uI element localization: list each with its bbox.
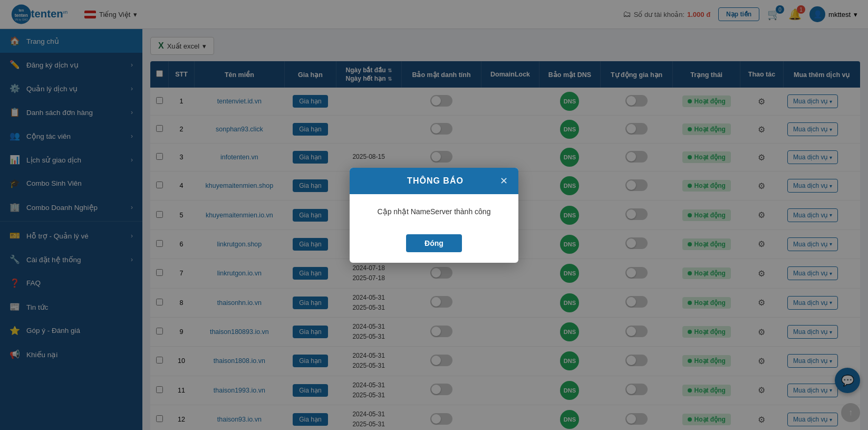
notification-modal: THÔNG BÁO ✕ Cập nhật NameServer thành cô… <box>350 168 518 263</box>
modal-body: Cập nhật NameServer thành công <box>350 194 518 229</box>
modal-footer: Đóng <box>350 229 518 263</box>
modal-message: Cập nhật NameServer thành công <box>360 207 508 216</box>
modal-header: THÔNG BÁO ✕ <box>350 168 518 194</box>
modal-overlay[interactable]: THÔNG BÁO ✕ Cập nhật NameServer thành cô… <box>0 0 868 430</box>
dong-button[interactable]: Đóng <box>406 234 462 252</box>
modal-title: THÔNG BÁO <box>371 176 500 186</box>
modal-close-button[interactable]: ✕ <box>500 175 508 187</box>
